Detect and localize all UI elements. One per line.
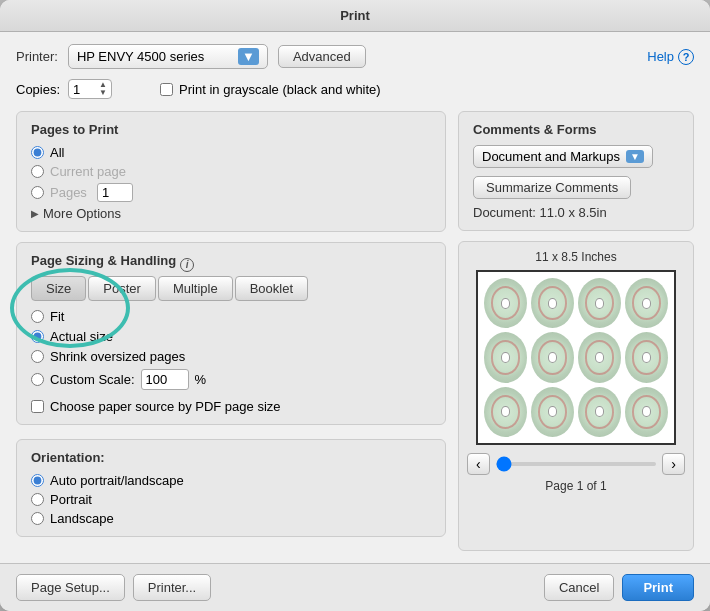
page-info: Page 1 of 1 — [545, 479, 606, 493]
comments-section: Comments & Forms Document and Markups ▼ … — [458, 111, 694, 231]
actual-radio[interactable] — [31, 330, 44, 343]
sizing-tabs: Size Poster Multiple Booklet — [31, 276, 431, 301]
copies-down[interactable]: ▼ — [99, 89, 107, 97]
summarize-button[interactable]: Summarize Comments — [473, 176, 631, 199]
pages-section: Pages to Print All Current page Pages — [16, 111, 446, 232]
pages-custom-label: Pages — [50, 185, 87, 200]
next-page-button[interactable]: › — [662, 453, 685, 475]
cd-icon-10 — [531, 387, 574, 437]
bottom-left-buttons: Page Setup... Printer... — [16, 574, 211, 601]
cd-icon-5 — [484, 332, 527, 382]
printer-value: HP ENVY 4500 series — [77, 49, 204, 64]
tab-booklet[interactable]: Booklet — [235, 276, 308, 301]
scale-unit: % — [195, 372, 207, 387]
printer-dropdown-arrow: ▼ — [238, 48, 259, 65]
pages-current-label: Current page — [50, 164, 126, 179]
copies-input-wrapper: ▲ ▼ — [68, 79, 112, 99]
print-button[interactable]: Print — [622, 574, 694, 601]
pages-custom-radio[interactable] — [31, 186, 44, 199]
title-bar: Print — [0, 0, 710, 32]
portrait-radio[interactable] — [31, 493, 44, 506]
landscape-label: Landscape — [50, 511, 114, 526]
bottom-bar: Page Setup... Printer... Cancel Print — [0, 563, 710, 611]
comments-dropdown-value: Document and Markups — [482, 149, 620, 164]
advanced-button[interactable]: Advanced — [278, 45, 366, 68]
pdf-source-checkbox[interactable] — [31, 400, 44, 413]
copies-label: Copies: — [16, 82, 60, 97]
fit-row: Fit — [31, 309, 431, 324]
fit-radio[interactable] — [31, 310, 44, 323]
copies-row: Copies: ▲ ▼ Print in grayscale (black an… — [16, 79, 694, 99]
pages-all-label: All — [50, 145, 64, 160]
help-icon: ? — [678, 49, 694, 65]
tab-size[interactable]: Size — [31, 276, 86, 301]
copies-stepper: ▲ ▼ — [99, 81, 107, 97]
custom-scale-row: Custom Scale: % — [31, 369, 431, 390]
pages-all-radio[interactable] — [31, 146, 44, 159]
shrink-row: Shrink oversized pages — [31, 349, 431, 364]
preview-area: 11 x 8.5 Inches — [458, 241, 694, 551]
comments-title: Comments & Forms — [473, 122, 679, 137]
auto-orient-label: Auto portrait/landscape — [50, 473, 184, 488]
pages-custom-item: Pages — [31, 183, 431, 202]
preview-frame — [476, 270, 676, 445]
pages-current-item: Current page — [31, 164, 431, 179]
landscape-radio[interactable] — [31, 512, 44, 525]
cd-icon-2 — [531, 278, 574, 328]
dialog-title: Print — [340, 8, 370, 23]
comments-dropdown[interactable]: Document and Markups ▼ — [473, 145, 653, 168]
copies-input[interactable] — [73, 82, 97, 97]
prev-page-button[interactable]: ‹ — [467, 453, 490, 475]
pages-all-item: All — [31, 145, 431, 160]
auto-orient-radio[interactable] — [31, 474, 44, 487]
cd-icon-4 — [625, 278, 668, 328]
sizing-section-title: Page Sizing & Handling — [31, 253, 176, 268]
preview-nav: ‹ › — [467, 453, 685, 475]
shrink-label: Shrink oversized pages — [50, 349, 185, 364]
tab-multiple[interactable]: Multiple — [158, 276, 233, 301]
orientation-radio-group: Auto portrait/landscape Portrait Landsca… — [31, 473, 431, 526]
sizing-options: Fit Actual size Shrink oversized pages — [31, 309, 431, 414]
cd-icon-6 — [531, 332, 574, 382]
landscape-item: Landscape — [31, 511, 431, 526]
cancel-button[interactable]: Cancel — [544, 574, 614, 601]
auto-orient-item: Auto portrait/landscape — [31, 473, 431, 488]
left-panel: Pages to Print All Current page Pages — [16, 111, 446, 551]
custom-radio[interactable] — [31, 373, 44, 386]
main-area: Pages to Print All Current page Pages — [16, 111, 694, 551]
sizing-section: Page Sizing & Handling i Size Poster Mul… — [16, 242, 446, 425]
orientation-title: Orientation: — [31, 450, 431, 465]
more-options-label: More Options — [43, 206, 121, 221]
printer-label: Printer: — [16, 49, 58, 64]
shrink-radio[interactable] — [31, 350, 44, 363]
portrait-item: Portrait — [31, 492, 431, 507]
tab-poster[interactable]: Poster — [88, 276, 156, 301]
sizing-info-icon[interactable]: i — [180, 258, 194, 272]
main-content: Printer: HP ENVY 4500 series ▼ Advanced … — [0, 32, 710, 563]
fit-label: Fit — [50, 309, 64, 324]
preview-label: 11 x 8.5 Inches — [535, 250, 616, 264]
right-panel: Comments & Forms Document and Markups ▼ … — [458, 111, 694, 551]
actual-row: Actual size — [31, 329, 431, 344]
pages-custom-input[interactable] — [97, 183, 133, 202]
pages-current-radio[interactable] — [31, 165, 44, 178]
page-setup-button[interactable]: Page Setup... — [16, 574, 125, 601]
document-size: Document: 11.0 x 8.5in — [473, 205, 679, 220]
cd-icon-12 — [625, 387, 668, 437]
sizing-header: Page Sizing & Handling i — [31, 253, 431, 276]
pdf-source-label: Choose paper source by PDF page size — [50, 399, 281, 414]
pages-section-title: Pages to Print — [31, 122, 431, 137]
printer-select[interactable]: HP ENVY 4500 series ▼ — [68, 44, 268, 69]
help-link[interactable]: Help ? — [647, 49, 694, 65]
grayscale-row: Print in grayscale (black and white) — [160, 82, 381, 97]
cd-icon-1 — [484, 278, 527, 328]
grayscale-label: Print in grayscale (black and white) — [179, 82, 381, 97]
grayscale-checkbox[interactable] — [160, 83, 173, 96]
cd-icon-8 — [625, 332, 668, 382]
pdf-source-row: Choose paper source by PDF page size — [31, 399, 431, 414]
printer-button[interactable]: Printer... — [133, 574, 211, 601]
page-slider[interactable] — [496, 462, 657, 466]
more-options-btn[interactable]: ▶ More Options — [31, 206, 431, 221]
scale-input[interactable] — [141, 369, 189, 390]
cd-icon-9 — [484, 387, 527, 437]
